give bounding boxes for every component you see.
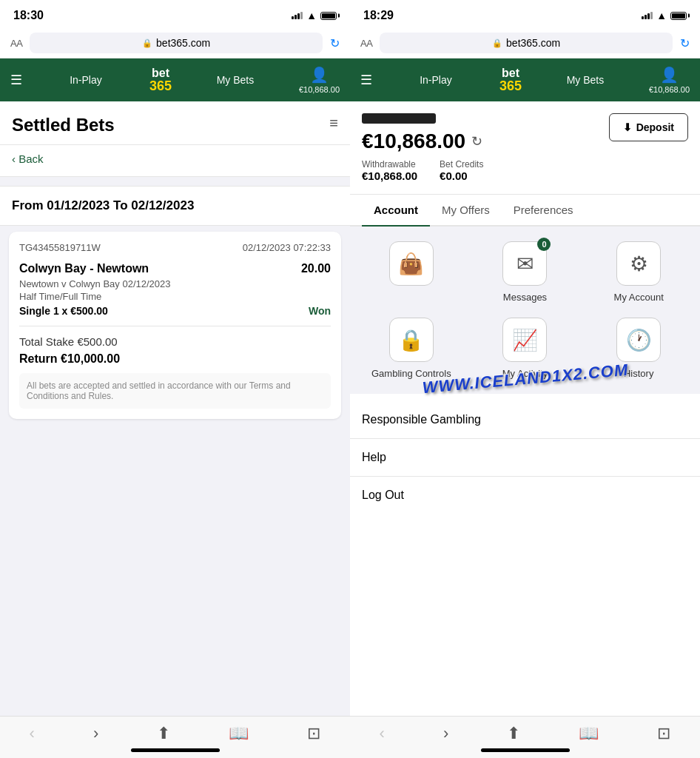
tab-my-offers[interactable]: My Offers	[430, 195, 502, 225]
bet365-logo-right[interactable]: bet 365	[499, 67, 522, 93]
balance-left: €10,868.00 ↻ Withdrawable €10,868.00 Bet…	[362, 113, 483, 182]
three65-text-left: 365	[149, 79, 172, 93]
tabs-btn-right[interactable]: ⊡	[657, 724, 670, 743]
menu-item-gambling-controls[interactable]: 🔒 Gambling Controls	[362, 318, 461, 379]
nav-my-bets-left[interactable]: My Bets	[179, 74, 292, 86]
history-icon-wrap: 🕐	[616, 318, 661, 362]
menu-dots-icon[interactable]: ≡	[329, 115, 338, 132]
back-link-section: ‹ Back	[0, 145, 350, 177]
bet-match-name: Colwyn Bay - Newtown	[19, 262, 149, 275]
list-item-log-out[interactable]: Log Out	[350, 477, 700, 514]
signal-icon-right	[642, 12, 653, 19]
menu-item-history[interactable]: 🕐 History	[589, 318, 688, 379]
wallet-icon: 👜	[398, 252, 424, 276]
bet-disclaimer: All bets are accepted and settled in acc…	[19, 373, 331, 409]
refresh-icon-left[interactable]: ↻	[330, 36, 340, 50]
home-indicator-left	[131, 748, 220, 752]
withdrawable-item: Withdrawable €10,868.00	[362, 159, 417, 182]
share-btn-left[interactable]: ⬆	[157, 724, 170, 743]
list-item-responsible-gambling[interactable]: Responsible Gambling	[350, 401, 700, 439]
refresh-icon-right[interactable]: ↻	[680, 36, 690, 50]
my-account-icon-wrap: ⚙	[616, 241, 661, 286]
bet-date: 02/12/2023 07:22:33	[243, 242, 331, 253]
messages-icon-wrap: ✉ 0	[502, 241, 547, 286]
page-content-left: Settled Bets ≡ ‹ Back From 01/12/2023 To…	[0, 101, 350, 716]
bet-text-left: bet	[152, 67, 169, 79]
my-activity-icon: 📈	[512, 328, 538, 352]
withdrawable-label: Withdrawable	[362, 159, 417, 170]
deposit-label: Deposit	[636, 121, 674, 133]
bet-market: Half Time/Full Time	[19, 291, 331, 302]
bet-credits-amount: €0.00	[440, 170, 483, 182]
back-browser-btn-left[interactable]: ‹	[30, 724, 35, 743]
menu-item-my-account[interactable]: ⚙ My Account	[589, 241, 688, 303]
bet-teams: Newtown v Colwyn Bay 02/12/2023	[19, 278, 331, 289]
right-phone: WWW.ICELAND1X2.COM 18:29 ▲ AA 🔒	[350, 0, 700, 758]
hamburger-icon-left[interactable]: ☰	[10, 72, 22, 88]
my-account-label: My Account	[614, 292, 664, 303]
share-btn-right[interactable]: ⬆	[507, 724, 520, 743]
my-activity-label: My Activity	[502, 368, 548, 379]
balance-amount: €10,868.00	[362, 130, 465, 153]
lock-icon-left: 🔒	[142, 38, 152, 48]
messages-icon: ✉	[516, 252, 534, 276]
url-text-right: bet365.com	[506, 37, 560, 49]
url-text-left: bet365.com	[156, 37, 210, 49]
wifi-icon: ▲	[306, 10, 317, 21]
url-bar-right[interactable]: 🔒 bet365.com	[380, 33, 673, 53]
url-bar-left[interactable]: 🔒 bet365.com	[30, 33, 323, 53]
bet-result: Won	[309, 305, 331, 317]
my-account-icon: ⚙	[630, 252, 648, 276]
settled-bets-header: Settled Bets ≡	[0, 101, 350, 145]
forward-browser-btn-right[interactable]: ›	[443, 724, 448, 743]
balance-section: €10,868.00 ↻ Withdrawable €10,868.00 Bet…	[350, 101, 700, 195]
account-balance-left: €10,868.00	[299, 85, 340, 94]
bookmarks-btn-right[interactable]: 📖	[579, 724, 599, 743]
bet365-logo-left[interactable]: bet 365	[149, 67, 172, 93]
back-button[interactable]: ‹ Back	[12, 152, 44, 165]
bet-card-header: TG43455819711W 02/12/2023 07:22:33	[19, 242, 331, 253]
nav-in-play-left[interactable]: In-Play	[30, 74, 142, 86]
aa-button-right[interactable]: AA	[360, 38, 372, 49]
menu-item-messages[interactable]: ✉ 0 Messages	[476, 241, 575, 303]
time-left: 18:30	[13, 9, 44, 22]
username-mask	[362, 113, 436, 124]
nav-in-play-right[interactable]: In-Play	[380, 74, 492, 86]
bookmarks-btn-left[interactable]: 📖	[229, 724, 249, 743]
nav-account-right[interactable]: 👤 €10,868.00	[649, 66, 690, 94]
account-tabs: Account My Offers Preferences	[350, 195, 700, 227]
refresh-balance-icon[interactable]: ↻	[471, 133, 482, 150]
forward-browser-btn-left[interactable]: ›	[93, 724, 98, 743]
date-range-section: From 01/12/2023 To 02/12/2023	[0, 186, 350, 226]
back-browser-btn-right[interactable]: ‹	[380, 724, 385, 743]
hamburger-icon-right[interactable]: ☰	[360, 72, 372, 88]
wifi-icon-right: ▲	[656, 10, 667, 21]
tab-account[interactable]: Account	[362, 195, 430, 225]
battery-icon-right	[670, 12, 687, 20]
list-section: Responsible Gambling Help Log Out	[350, 401, 700, 514]
bet-type: Single 1 x €500.00	[19, 305, 108, 317]
nav-bar-left: ☰ In-Play bet 365 My Bets 👤 €10,868.00	[0, 58, 350, 101]
bet-text-right: bet	[502, 67, 519, 79]
aa-button-left[interactable]: AA	[10, 38, 22, 49]
tabs-btn-left[interactable]: ⊡	[307, 724, 320, 743]
status-icons-right: ▲	[642, 10, 687, 21]
gambling-controls-icon-wrap: 🔒	[389, 318, 434, 362]
account-icon-left: 👤	[310, 66, 329, 84]
page-title: Settled Bets	[12, 115, 115, 135]
menu-item-wallet[interactable]: 👜	[362, 241, 461, 303]
nav-account-left[interactable]: 👤 €10,868.00	[299, 66, 340, 94]
nav-my-bets-right[interactable]: My Bets	[529, 74, 642, 86]
status-bar-right: 18:29 ▲	[350, 0, 700, 28]
gambling-controls-icon: 🔒	[398, 328, 424, 352]
list-item-help[interactable]: Help	[350, 439, 700, 477]
battery-icon	[320, 12, 337, 20]
address-bar-right: AA 🔒 bet365.com ↻	[350, 28, 700, 58]
wallet-icon-wrap: 👜	[389, 241, 434, 286]
messages-badge: 0	[537, 238, 551, 251]
gambling-controls-label: Gambling Controls	[371, 368, 451, 379]
left-phone: 18:30 ▲ AA 🔒 bet365.com ↻	[0, 0, 350, 758]
deposit-button[interactable]: ⬇ Deposit	[609, 113, 688, 141]
menu-item-my-activity[interactable]: 📈 My Activity	[476, 318, 575, 379]
tab-preferences[interactable]: Preferences	[502, 195, 585, 225]
